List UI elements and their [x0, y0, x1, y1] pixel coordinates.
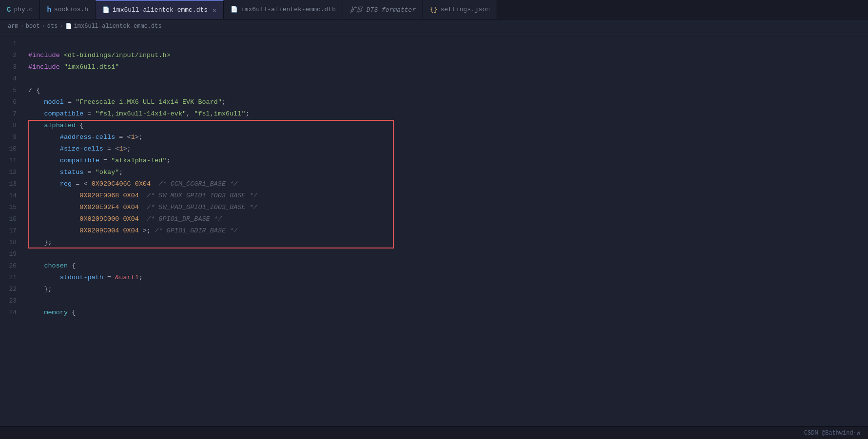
breadcrumb-filename: imx6ull-alientek-emmc.dts	[74, 23, 162, 30]
code-line: 18 };	[0, 237, 868, 248]
tab-label: {}	[430, 6, 438, 13]
code-line: 6 model = "Freescale i.MX6 ULL 14x14 EVK…	[0, 96, 868, 108]
line-number: 18	[0, 237, 24, 248]
tab-sockios-h[interactable]: h sockios.h	[40, 0, 96, 19]
breadcrumb-part[interactable]: boot	[26, 23, 40, 30]
code-line: 8 alphaled {	[0, 120, 868, 132]
code-line: 23	[0, 295, 868, 307]
breadcrumb-part[interactable]: dts	[47, 23, 58, 30]
tab-dtb[interactable]: 📄 imx6ull-alientek-emmc.dtb	[224, 0, 343, 19]
line-number: 21	[0, 272, 24, 284]
line-content: };	[24, 284, 868, 295]
line-number: 11	[0, 155, 24, 167]
tab-dts[interactable]: 📄 imx6ull-alientek-emmc.dts ✕	[96, 0, 224, 19]
line-number: 5	[0, 85, 24, 96]
code-line: 7 compatible = "fsl,imx6ull-14x14-evk", …	[0, 108, 868, 120]
line-content: stdout-path = &uart1;	[24, 272, 868, 284]
close-icon[interactable]: ✕	[212, 6, 216, 14]
line-content: 0X0209C004 0X04 >; /* GPIO1_GDIR_BASE */	[24, 225, 868, 237]
line-number: 4	[0, 73, 24, 85]
line-content: };	[24, 237, 868, 248]
tab-settings[interactable]: {} settings.json	[423, 0, 497, 19]
line-number: 1	[0, 38, 24, 50]
line-number: 17	[0, 225, 24, 237]
file-icon: 📄	[65, 23, 72, 29]
tab-label: imx6ull-alientek-emmc.dtb	[241, 6, 336, 13]
code-line: 22 };	[0, 284, 868, 295]
line-content: 0X020E02F4 0X04 /* SW_PAD_GPIO1_IO03_BAS…	[24, 202, 868, 213]
breadcrumb-separator: ›	[42, 23, 45, 30]
file-icon: 📄	[231, 6, 238, 13]
tab-label: sockios.h	[54, 6, 88, 13]
line-number: 22	[0, 284, 24, 295]
code-line: 2 #include <dt-bindings/input/input.h>	[0, 50, 868, 61]
code-line: 21 stdout-path = &uart1;	[0, 272, 868, 284]
line-content: 0X0209C000 0X04 /* GPIO1_DR_BASE */	[24, 213, 868, 225]
line-content: memory {	[24, 307, 868, 319]
line-content: model = "Freescale i.MX6 ULL 14x14 EVK B…	[24, 96, 868, 108]
code-line: 20 chosen {	[0, 260, 868, 272]
line-number: 7	[0, 108, 24, 120]
code-line: 13 reg = < 0X020C406C 0X04 /* CCM_CCGR1_…	[0, 178, 868, 190]
breadcrumb-separator: ›	[59, 23, 63, 30]
code-line: 16 0X0209C000 0X04 /* GPIO1_DR_BASE */	[0, 213, 868, 225]
line-number: 9	[0, 132, 24, 143]
line-content: status = "okay";	[24, 167, 868, 178]
code-line: 4	[0, 73, 868, 85]
c-icon: C	[7, 6, 11, 14]
line-number: 13	[0, 178, 24, 190]
line-content: #size-cells = <1>;	[24, 143, 868, 155]
code-line: 17 0X0209C004 0X04 >; /* GPIO1_GDIR_BASE…	[0, 225, 868, 237]
code-line: 14 0X020E0068 0X04 /* SW_MUX_GPIO1_IO03_…	[0, 190, 868, 202]
line-content: compatible = "atkalpha-led";	[24, 155, 868, 167]
line-content: 0X020E0068 0X04 /* SW_MUX_GPIO1_IO03_BAS…	[24, 190, 868, 202]
line-number: 8	[0, 120, 24, 132]
csdn-credit: CSDN @Bathwind·w	[804, 430, 860, 437]
code-line: 19	[0, 248, 868, 260]
line-number: 2	[0, 50, 24, 61]
line-content: #include "imx6ull.dtsi"	[24, 61, 868, 73]
line-number: 14	[0, 190, 24, 202]
line-number: 15	[0, 202, 24, 213]
code-editor: 1 2 #include <dt-bindings/input/input.h>…	[0, 33, 868, 439]
breadcrumb-separator: ›	[20, 23, 24, 30]
breadcrumb-part[interactable]: arm	[8, 23, 19, 30]
code-line: 10 #size-cells = <1>;	[0, 143, 868, 155]
tab-formatter[interactable]: 扩展 DTS formatter	[343, 0, 423, 19]
line-content: #include <dt-bindings/input/input.h>	[24, 50, 868, 61]
code-line: 12 status = "okay";	[0, 167, 868, 178]
tab-label: imx6ull-alientek-emmc.dts	[113, 6, 208, 14]
line-number: 12	[0, 167, 24, 178]
bottom-bar: CSDN @Bathwind·w	[0, 426, 868, 439]
tab-bar: C phy.c h sockios.h 📄 imx6ull-alientek-e…	[0, 0, 868, 19]
line-number: 10	[0, 143, 24, 155]
code-line: 11 compatible = "atkalpha-led";	[0, 155, 868, 167]
breadcrumb: arm › boot › dts › 📄 imx6ull-alientek-em…	[0, 19, 868, 33]
h-icon: h	[47, 6, 51, 14]
code-line: 1	[0, 38, 868, 50]
line-content: alphaled {	[24, 120, 868, 132]
line-number: 20	[0, 260, 24, 272]
tab-label: phy.c	[14, 6, 33, 13]
line-content: chosen {	[24, 260, 868, 272]
code-line: 9 #address-cells = <1>;	[0, 132, 868, 143]
file-icon: 📄	[102, 6, 110, 14]
code-line: 24 memory {	[0, 307, 868, 319]
line-number: 24	[0, 307, 24, 319]
line-content: reg = < 0X020C406C 0X04 /* CCM_CCGR1_BAS…	[24, 178, 868, 190]
code-line: 15 0X020E02F4 0X04 /* SW_PAD_GPIO1_IO03_…	[0, 202, 868, 213]
line-number: 3	[0, 61, 24, 73]
code-line: 3 #include "imx6ull.dtsi"	[0, 61, 868, 73]
line-content: compatible = "fsl,imx6ull-14x14-evk", "f…	[24, 108, 868, 120]
line-number: 23	[0, 295, 24, 307]
code-line: 5 / {	[0, 85, 868, 96]
tab-label: 扩展 DTS formatter	[350, 5, 416, 14]
line-number: 16	[0, 213, 24, 225]
line-content: #address-cells = <1>;	[24, 132, 868, 143]
line-number: 19	[0, 248, 24, 260]
line-number: 6	[0, 96, 24, 108]
tab-phy-c[interactable]: C phy.c	[0, 0, 40, 19]
tab-label-text: settings.json	[441, 6, 490, 13]
line-content: / {	[24, 85, 868, 96]
